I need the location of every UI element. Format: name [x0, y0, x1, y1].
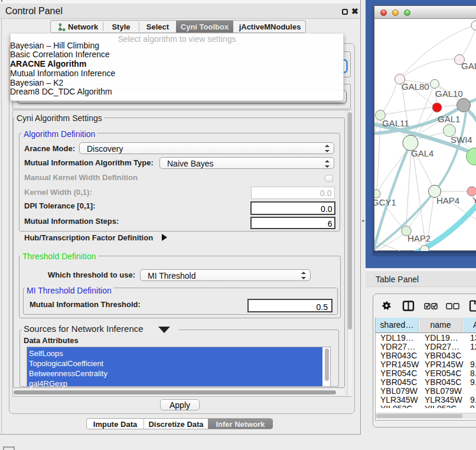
svg-text:HAP4: HAP4 — [436, 195, 459, 206]
svg-text:SWI4: SWI4 — [451, 135, 472, 145]
svg-text:GAL1: GAL1 — [438, 114, 460, 124]
svg-text:GCY1: GCY1 — [374, 197, 396, 207]
svg-text:Y: Y — [472, 195, 476, 205]
svg-text:GAL7: GAL7 — [461, 61, 476, 71]
svg-text:GAL80: GAL80 — [402, 81, 429, 92]
svg-text:GAL10: GAL10 — [435, 89, 463, 99]
svg-text:GAL4: GAL4 — [411, 148, 433, 158]
svg-text:GAL11: GAL11 — [382, 118, 409, 128]
svg-text:HAP2: HAP2 — [407, 233, 431, 243]
